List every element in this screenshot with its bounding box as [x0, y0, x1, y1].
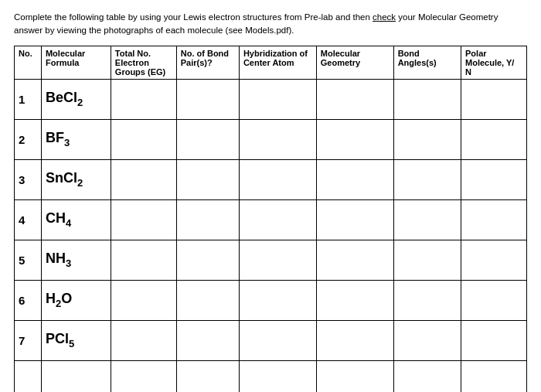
header-hybrid: Hybridization of Center Atom	[239, 46, 316, 79]
row-eg	[111, 79, 176, 119]
header-bondangle: Bond Angles(s)	[393, 46, 461, 79]
table-row-empty	[15, 360, 527, 392]
row-hybrid	[239, 199, 316, 240]
row-polar	[461, 320, 527, 360]
empty-cell	[239, 360, 316, 392]
row-bond	[176, 199, 239, 240]
row-molgeom	[316, 79, 393, 119]
row-eg	[111, 320, 176, 360]
row-hybrid	[239, 119, 316, 159]
row-hybrid	[239, 280, 316, 320]
header-polar: Polar Molecule, Y/ N	[461, 46, 527, 79]
table-row: 7 PCl5	[15, 320, 527, 360]
row-eg	[111, 240, 176, 280]
empty-cell	[15, 360, 42, 392]
empty-cell	[461, 360, 527, 392]
row-molgeom	[316, 119, 393, 159]
row-polar	[461, 159, 527, 199]
row-eg	[111, 159, 176, 199]
table-row: 1 BeCl2	[15, 79, 527, 119]
header-bond: No. of Bond Pair(s)?	[176, 46, 239, 79]
row-hybrid	[239, 240, 316, 280]
row-bondangle	[393, 79, 461, 119]
empty-cell	[176, 360, 239, 392]
instructions: Complete the following table by using yo…	[14, 11, 527, 38]
row-bondangle	[393, 320, 461, 360]
row-formula: CH4	[41, 199, 111, 240]
row-bond	[176, 320, 239, 360]
row-hybrid	[239, 159, 316, 199]
row-hybrid	[239, 320, 316, 360]
row-number: 6	[15, 280, 42, 320]
row-bond	[176, 280, 239, 320]
table-row: 3 SnCl2	[15, 159, 527, 199]
row-eg	[111, 280, 176, 320]
row-formula: BF3	[41, 119, 111, 159]
row-number: 5	[15, 240, 42, 280]
header-eg: Total No. Electron Groups (EG)	[111, 46, 176, 79]
row-polar	[461, 280, 527, 320]
header-formula: Molecular Formula	[41, 46, 111, 79]
row-polar	[461, 79, 527, 119]
row-bond	[176, 119, 239, 159]
row-bondangle	[393, 199, 461, 240]
row-molgeom	[316, 199, 393, 240]
row-number: 4	[15, 199, 42, 240]
row-bond	[176, 240, 239, 280]
row-polar	[461, 199, 527, 240]
empty-cell	[316, 360, 393, 392]
row-formula: H2O	[41, 280, 111, 320]
row-molgeom	[316, 159, 393, 199]
row-bondangle	[393, 240, 461, 280]
row-polar	[461, 119, 527, 159]
row-number: 3	[15, 159, 42, 199]
row-molgeom	[316, 240, 393, 280]
row-number: 7	[15, 320, 42, 360]
table-row: 6 H2O	[15, 280, 527, 320]
row-number: 2	[15, 119, 42, 159]
empty-cell	[393, 360, 461, 392]
empty-cell	[41, 360, 111, 392]
row-eg	[111, 199, 176, 240]
row-bondangle	[393, 280, 461, 320]
row-bondangle	[393, 119, 461, 159]
table-row: 5 NH3	[15, 240, 527, 280]
row-formula: SnCl2	[41, 159, 111, 199]
header-molgeom: Molecular Geometry	[316, 46, 393, 79]
row-formula: BeCl2	[41, 79, 111, 119]
table-row: 4 CH4	[15, 199, 527, 240]
row-bond	[176, 79, 239, 119]
row-eg	[111, 119, 176, 159]
row-bondangle	[393, 159, 461, 199]
empty-cell	[111, 360, 176, 392]
header-no: No.	[15, 46, 42, 79]
row-formula: PCl5	[41, 320, 111, 360]
row-formula: NH3	[41, 240, 111, 280]
row-hybrid	[239, 79, 316, 119]
row-molgeom	[316, 280, 393, 320]
row-molgeom	[316, 320, 393, 360]
row-number: 1	[15, 79, 42, 119]
row-bond	[176, 159, 239, 199]
table-row: 2 BF3	[15, 119, 527, 159]
row-polar	[461, 240, 527, 280]
main-table: No. Molecular Formula Total No. Electron…	[14, 46, 527, 393]
